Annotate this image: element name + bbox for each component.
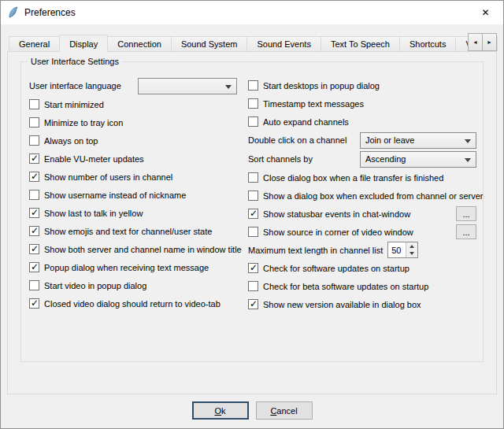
timestamp-messages-label[interactable]: Timestamp text messages [263,99,364,109]
option-row: Closed video dialog should return to vid… [29,294,248,313]
arrow-up-icon [410,242,414,248]
chevron-down-icon [465,139,471,146]
show-emojis-label[interactable]: Show emojis and text for channel/user st… [44,227,212,236]
arrow-right-icon: ► [487,39,492,45]
tab-scroll-left-button[interactable]: ◄ [468,33,483,51]
tab-sound-system[interactable]: Sound System [171,36,248,51]
video-source-corner-checkbox[interactable] [248,227,258,237]
option-row: Start video in popup dialog [29,276,248,294]
new-version-dialog-label[interactable]: Show new version available in dialog box [263,300,421,309]
vu-meter-updates-checkbox[interactable] [29,153,39,164]
double-click-row: Double click on a channel Join or leave [248,131,476,150]
arrow-down-icon [410,252,414,257]
tab-scroll-control: ◄ ► [469,33,497,51]
closed-video-return-checkbox[interactable] [29,298,39,309]
closed-video-return-label[interactable]: Closed video dialog should return to vid… [44,299,220,309]
tab-connection[interactable]: Connection [107,36,172,51]
check-updates-checkbox[interactable] [248,263,258,273]
sort-channels-select[interactable]: Ascending [360,151,476,168]
spin-down-button[interactable] [406,250,417,258]
language-select[interactable] [138,78,237,94]
statusbar-events-checkbox[interactable] [248,209,258,219]
desktops-popup-label[interactable]: Start desktops in popup dialog [263,81,380,91]
max-text-length-label: Maximum text length in channel list [248,246,383,255]
option-row: Show username instead of nickname [29,186,248,204]
chevron-down-icon [465,158,471,165]
check-updates-label[interactable]: Check for software updates on startup [263,264,410,273]
auto-expand-label[interactable]: Auto expand channels [263,117,349,127]
tab-general[interactable]: General [9,36,60,51]
close-filetransfer-checkbox[interactable] [248,172,258,183]
show-emojis-checkbox[interactable] [29,226,39,236]
show-user-count-label[interactable]: Show number of users in channel [44,172,172,182]
option-row: Minimize to tray icon [29,113,248,131]
group-title: User Interface Settings [28,57,122,66]
option-row: Close dialog box when a file transfer is… [248,168,476,187]
always-on-top-checkbox[interactable] [29,135,39,146]
check-beta-updates-label[interactable]: Check for beta software updates on start… [263,282,428,291]
option-row: Start desktops in popup dialog [248,76,476,94]
start-minimized-checkbox[interactable] [29,99,39,109]
dialog-body: General Display Connection Sound System … [1,34,503,429]
chevron-down-icon [225,85,232,92]
start-minimized-label[interactable]: Start minimized [44,100,104,109]
double-click-select[interactable]: Join or leave [360,132,476,149]
option-row: Start minimized [29,95,248,113]
option-row: Show statusbar events in chat-window ... [248,205,476,223]
popup-text-message-checkbox[interactable] [29,262,39,272]
show-user-count-checkbox[interactable] [29,172,39,182]
option-row: Show both server and channel name in win… [29,240,248,258]
show-username-checkbox[interactable] [29,190,39,200]
video-source-more-button[interactable]: ... [456,224,476,239]
option-row: Check for software updates on startup [248,259,476,277]
tab-text-to-speech[interactable]: Text To Speech [321,36,400,51]
last-to-talk-checkbox[interactable] [29,208,39,218]
video-popup-label[interactable]: Start video in popup dialog [44,281,146,290]
excluded-dialog-label[interactable]: Show a dialog box when excluded from cha… [263,191,483,201]
minimize-to-tray-label[interactable]: Minimize to tray icon [44,118,123,128]
always-on-top-label[interactable]: Always on top [44,136,98,146]
vu-meter-updates-label[interactable]: Enable VU-meter updates [44,154,144,164]
video-source-corner-label[interactable]: Show source in corner of video window [263,227,413,237]
desktops-popup-checkbox[interactable] [248,80,258,91]
last-to-talk-label[interactable]: Show last to talk in yellow [44,209,143,218]
option-row: Show last to talk in yellow [29,204,248,222]
minimize-to-tray-checkbox[interactable] [29,117,39,128]
dialog-buttons: Ok Cancel [1,401,503,420]
double-click-value: Join or leave [365,135,414,145]
option-row: Auto expand channels [248,113,476,131]
popup-text-message-label[interactable]: Popup dialog when receiving text message [44,263,209,272]
spin-up-button[interactable] [406,242,417,250]
close-button[interactable]: ✕ [468,1,503,24]
max-text-length-spinner[interactable]: 50 [387,242,418,258]
timestamp-messages-checkbox[interactable] [248,98,258,109]
auto-expand-checkbox[interactable] [248,116,258,127]
statusbar-events-label[interactable]: Show statusbar events in chat-window [263,209,410,219]
tab-scroll-right-button[interactable]: ► [482,33,497,51]
check-beta-updates-checkbox[interactable] [248,281,258,291]
option-row: Popup dialog when receiving text message [29,258,248,276]
right-column: Start desktops in popup dialog Timestamp… [248,76,476,313]
new-version-dialog-checkbox[interactable] [248,299,258,309]
server-channel-title-checkbox[interactable] [29,244,39,254]
option-row: Show emojis and text for channel/user st… [29,222,248,240]
cancel-button[interactable]: Cancel [256,401,313,420]
video-popup-checkbox[interactable] [29,280,39,290]
server-channel-title-label[interactable]: Show both server and channel name in win… [44,245,242,254]
title-bar: Preferences ✕ [1,1,503,24]
tab-sound-events[interactable]: Sound Events [246,36,321,51]
ui-settings-group: User Interface Settings User interface l… [20,61,484,362]
sort-channels-value: Ascending [365,154,406,164]
preferences-window: Preferences ✕ General Display Connection… [0,0,504,429]
app-icon [7,6,20,19]
statusbar-events-more-button[interactable]: ... [456,206,476,221]
show-username-label[interactable]: Show username instead of nickname [44,190,186,200]
sort-channels-label: Sort channels by [248,154,313,164]
language-label: User interface language [29,81,121,91]
ok-button[interactable]: Ok [192,401,249,420]
tab-display[interactable]: Display [59,35,108,52]
close-filetransfer-label[interactable]: Close dialog box when a file transfer is… [263,173,443,183]
tab-bar: General Display Connection Sound System … [9,34,497,51]
tab-shortcuts[interactable]: Shortcuts [399,36,456,51]
excluded-dialog-checkbox[interactable] [248,190,258,201]
